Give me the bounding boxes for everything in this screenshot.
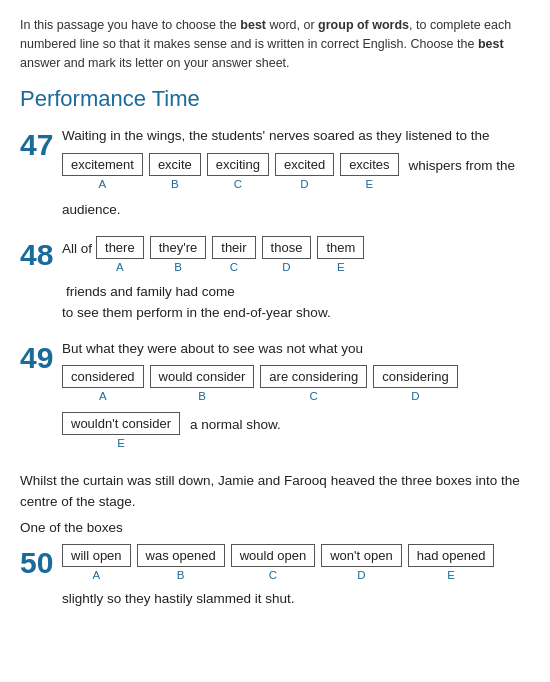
option-letter-47-B: B [171, 178, 179, 190]
option-letter-47-E: E [366, 178, 374, 190]
prose-50-before1: Whilst the curtain was still down, Jamie… [20, 471, 530, 512]
question-49: 49 But what they were about to see was n… [20, 339, 530, 455]
option-50-E[interactable]: had opened E [408, 544, 495, 581]
option-letter-48-D: D [282, 261, 290, 273]
option-box-48-C[interactable]: their [212, 236, 255, 259]
option-letter-50-E: E [447, 569, 455, 581]
option-box-48-A[interactable]: there [96, 236, 144, 259]
option-letter-47-C: C [234, 178, 242, 190]
option-letter-50-B: B [177, 569, 185, 581]
option-49-B[interactable]: would consider B [150, 365, 255, 402]
prose-48-suffix: friends and family had come [66, 279, 235, 299]
prose-47-after: audience. [62, 200, 530, 220]
prose-49-before: But what they were about to see was not … [62, 339, 530, 359]
option-50-C[interactable]: would open C [231, 544, 316, 581]
question-number-47: 47 [20, 126, 62, 161]
prose-47-suffix: whispers from the [409, 153, 516, 173]
option-47-C[interactable]: exciting C [207, 153, 269, 190]
option-letter-48-C: C [230, 261, 238, 273]
prose-50-before2: One of the boxes [20, 518, 530, 538]
option-box-50-C[interactable]: would open [231, 544, 316, 567]
option-48-B[interactable]: they're B [150, 236, 207, 273]
option-box-48-B[interactable]: they're [150, 236, 207, 259]
question-number-50: 50 [20, 544, 62, 579]
option-letter-50-C: C [269, 569, 277, 581]
option-letter-49-E: E [117, 437, 125, 449]
prose-48-after: to see them perform in the end-of-year s… [62, 303, 530, 323]
option-47-E[interactable]: excites E [340, 153, 398, 190]
option-box-50-D[interactable]: won't open [321, 544, 401, 567]
option-49-C[interactable]: are considering C [260, 365, 367, 402]
prose-48-prefix: All of [62, 236, 92, 256]
option-letter-49-C: C [310, 390, 318, 402]
option-letter-49-B: B [198, 390, 206, 402]
option-letter-49-A: A [99, 390, 107, 402]
option-box-49-D[interactable]: considering [373, 365, 458, 388]
option-letter-49-D: D [411, 390, 419, 402]
option-box-50-B[interactable]: was opened [137, 544, 225, 567]
prose-47-before: Waiting in the wings, the students' nerv… [62, 126, 530, 146]
option-49-A[interactable]: considered A [62, 365, 144, 402]
instructions: In this passage you have to choose the b… [20, 16, 530, 72]
option-letter-47-A: A [99, 178, 107, 190]
option-box-47-E[interactable]: excites [340, 153, 398, 176]
option-letter-48-B: B [174, 261, 182, 273]
prose-49-suffix2: a normal show. [190, 412, 281, 432]
option-box-48-E[interactable]: them [317, 236, 364, 259]
question-number-48: 48 [20, 236, 62, 271]
option-48-E[interactable]: them E [317, 236, 364, 273]
option-box-50-A[interactable]: will open [62, 544, 131, 567]
option-letter-48-A: A [116, 261, 124, 273]
option-box-49-E[interactable]: wouldn't consider [62, 412, 180, 435]
option-47-A[interactable]: excitement A [62, 153, 143, 190]
question-number-49: 49 [20, 339, 62, 374]
options-row-50: will open A was opened B would open C wo… [62, 544, 530, 585]
option-49-D[interactable]: considering D [373, 365, 458, 402]
option-50-D[interactable]: won't open D [321, 544, 401, 581]
option-47-D[interactable]: excited D [275, 153, 334, 190]
option-box-48-D[interactable]: those [262, 236, 312, 259]
options-row-49-1: considered A would consider B are consid… [62, 365, 464, 406]
option-50-B[interactable]: was opened B [137, 544, 225, 581]
option-box-47-D[interactable]: excited [275, 153, 334, 176]
options-row-49-2: wouldn't consider E [62, 412, 186, 453]
option-50-A[interactable]: will open A [62, 544, 131, 581]
question-50: Whilst the curtain was still down, Jamie… [20, 471, 530, 609]
question-47: 47 Waiting in the wings, the students' n… [20, 126, 530, 220]
option-48-C[interactable]: their C [212, 236, 255, 273]
option-box-47-B[interactable]: excite [149, 153, 201, 176]
options-row-48: there A they're B their C those D [96, 236, 370, 277]
option-letter-50-A: A [92, 569, 100, 581]
option-box-50-E[interactable]: had opened [408, 544, 495, 567]
option-letter-47-D: D [300, 178, 308, 190]
option-48-D[interactable]: those D [262, 236, 312, 273]
prose-50-after: slightly so they hastily slammed it shut… [62, 589, 530, 609]
option-box-49-A[interactable]: considered [62, 365, 144, 388]
options-row-47: excitement A excite B exciting C excited… [62, 153, 405, 194]
option-48-A[interactable]: there A [96, 236, 144, 273]
section-title: Performance Time [20, 86, 530, 112]
option-47-B[interactable]: excite B [149, 153, 201, 190]
option-letter-48-E: E [337, 261, 345, 273]
question-48: 48 All of there A they're B their C [20, 236, 530, 323]
option-letter-50-D: D [357, 569, 365, 581]
option-box-47-A[interactable]: excitement [62, 153, 143, 176]
option-box-49-B[interactable]: would consider [150, 365, 255, 388]
option-49-E[interactable]: wouldn't consider E [62, 412, 180, 449]
option-box-49-C[interactable]: are considering [260, 365, 367, 388]
option-box-47-C[interactable]: exciting [207, 153, 269, 176]
